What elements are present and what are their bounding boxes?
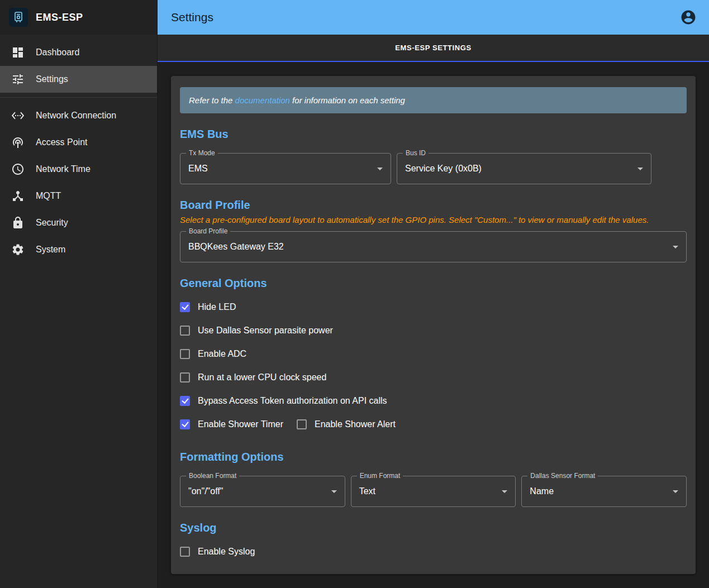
sidebar-nav: Dashboard Settings Network Connection Ac… [0, 35, 157, 263]
sidebar-item-network-connection[interactable]: Network Connection [0, 102, 157, 129]
bus-id-label: Bus ID [403, 149, 429, 157]
sidebar-item-label: Settings [36, 74, 68, 84]
checkbox-box[interactable] [180, 547, 190, 557]
section-heading-general-options: General Options [180, 277, 687, 290]
section-heading-board-profile: Board Profile [180, 199, 687, 212]
sidebar: EMS-ESP Dashboard Settings Network Conne… [0, 0, 158, 588]
checkbox-box[interactable] [180, 326, 190, 336]
checkbox-label: Hide LED [198, 302, 236, 312]
checkbox-label: Enable ADC [198, 349, 246, 359]
wifi-tethering-icon [11, 136, 25, 149]
sidebar-item-label: Network Time [36, 164, 91, 174]
checkbox-bypass-token[interactable]: Bypass Access Token authorization on API… [180, 396, 387, 406]
checkbox-dallas-parasite[interactable]: Use Dallas Sensor parasite power [180, 326, 333, 336]
dashboard-icon [11, 46, 25, 59]
dropdown-arrow-icon [673, 490, 678, 493]
settings-card: Refer to the documentation for informati… [171, 76, 696, 574]
enum-format-value: Text [359, 486, 375, 496]
dallas-sensor-format-select[interactable]: Dallas Sensor Format Name [521, 476, 687, 507]
tx-mode-select[interactable]: Tx Mode EMS [180, 153, 391, 184]
sidebar-item-dashboard[interactable]: Dashboard [0, 39, 157, 66]
checkbox-lower-cpu-speed[interactable]: Run at a lower CPU clock speed [180, 372, 326, 383]
checkbox-row: Enable Shower Timer Enable Shower Alert [180, 413, 687, 436]
checkbox-row: Bypass Access Token authorization on API… [180, 389, 687, 413]
checkbox-label: Enable Shower Alert [315, 419, 396, 429]
dallas-sensor-format-label: Dallas Sensor Format [527, 472, 598, 480]
tab-ems-esp-settings[interactable]: EMS-ESP Settings [386, 44, 480, 52]
tab-bar: EMS-ESP Settings [158, 35, 709, 62]
checkbox-row: Enable Syslog [180, 540, 687, 563]
sidebar-item-network-time[interactable]: Network Time [0, 156, 157, 183]
banner-text-after: for information on each setting [290, 95, 405, 105]
dropdown-arrow-icon [331, 490, 337, 493]
ems-bus-row: Tx Mode EMS Bus ID Service Key (0x0B) [180, 146, 687, 184]
checkbox-box[interactable] [180, 396, 190, 406]
tune-icon [11, 73, 25, 86]
app-logo-icon [9, 8, 28, 27]
documentation-link[interactable]: documentation [235, 95, 290, 105]
sidebar-item-system[interactable]: System [0, 236, 157, 263]
formatting-row: Boolean Format "on"/"off" Enum Format Te… [180, 469, 687, 507]
checkbox-label: Bypass Access Token authorization on API… [198, 396, 387, 406]
bus-id-select[interactable]: Bus ID Service Key (0x0B) [397, 153, 651, 184]
sidebar-item-access-point[interactable]: Access Point [0, 129, 157, 156]
clock-icon [11, 162, 25, 176]
info-banner: Refer to the documentation for informati… [180, 87, 687, 113]
sidebar-item-security[interactable]: Security [0, 209, 157, 236]
content-area: Refer to the documentation for informati… [158, 62, 709, 588]
checkbox-box[interactable] [180, 419, 190, 429]
dropdown-arrow-icon [637, 168, 643, 170]
board-profile-hint: Select a pre-configured board layout to … [180, 215, 687, 224]
dallas-sensor-format-value: Name [530, 486, 554, 496]
section-heading-formatting-options: Formatting Options [180, 451, 687, 463]
sidebar-item-label: Access Point [36, 137, 87, 147]
main-area: Settings EMS-ESP Settings Refer to the d… [158, 0, 709, 588]
checkbox-row: Run at a lower CPU clock speed [180, 366, 687, 389]
enum-format-select[interactable]: Enum Format Text [351, 476, 516, 507]
checkbox-row: Enable ADC [180, 342, 687, 366]
dropdown-arrow-icon [377, 168, 383, 170]
sidebar-item-label: MQTT [36, 191, 61, 201]
boolean-format-label: Boolean Format [186, 472, 239, 480]
checkbox-shower-timer[interactable]: Enable Shower Timer [180, 419, 283, 429]
lock-icon [11, 216, 25, 230]
gear-icon [11, 243, 25, 256]
board-profile-value: BBQKees Gateway E32 [188, 242, 284, 252]
checkbox-row: Hide LED [180, 295, 687, 319]
checkbox-box[interactable] [180, 302, 190, 312]
account-circle-icon[interactable] [680, 9, 697, 26]
banner-text-before: Refer to the [189, 95, 235, 105]
dropdown-arrow-icon [673, 246, 678, 248]
bus-id-value: Service Key (0x0B) [405, 164, 482, 174]
checkbox-label: Use Dallas Sensor parasite power [198, 326, 333, 336]
checkbox-enable-syslog[interactable]: Enable Syslog [180, 547, 255, 557]
checkbox-row: Use Dallas Sensor parasite power [180, 319, 687, 342]
sidebar-item-label: Security [36, 218, 68, 228]
sidebar-item-mqtt[interactable]: MQTT [0, 183, 157, 209]
board-profile-select[interactable]: Board Profile BBQKees Gateway E32 [180, 231, 687, 262]
checkbox-label: Enable Shower Timer [198, 419, 283, 429]
boolean-format-value: "on"/"off" [188, 486, 223, 496]
checkbox-label: Run at a lower CPU clock speed [198, 372, 326, 383]
device-hub-icon [11, 189, 25, 203]
enum-format-label: Enum Format [357, 472, 403, 480]
sidebar-divider [0, 97, 157, 98]
page-title: Settings [171, 11, 213, 24]
ethernet-icon [11, 109, 25, 122]
checkbox-enable-adc[interactable]: Enable ADC [180, 349, 246, 359]
section-heading-syslog: Syslog [180, 522, 687, 534]
checkbox-box[interactable] [180, 372, 190, 383]
checkbox-box[interactable] [297, 419, 307, 429]
sidebar-item-label: Dashboard [36, 47, 79, 58]
sidebar-item-settings[interactable]: Settings [0, 66, 157, 93]
app-bar: Settings [158, 0, 709, 35]
checkbox-hide-led[interactable]: Hide LED [180, 302, 236, 312]
section-heading-ems-bus: EMS Bus [180, 128, 687, 141]
app-title: EMS-ESP [36, 12, 83, 23]
board-profile-label: Board Profile [186, 227, 230, 235]
checkbox-shower-alert[interactable]: Enable Shower Alert [297, 419, 396, 429]
checkbox-box[interactable] [180, 349, 190, 359]
boolean-format-select[interactable]: Boolean Format "on"/"off" [180, 476, 345, 507]
sidebar-item-label: System [36, 245, 65, 255]
dropdown-arrow-icon [502, 490, 507, 493]
